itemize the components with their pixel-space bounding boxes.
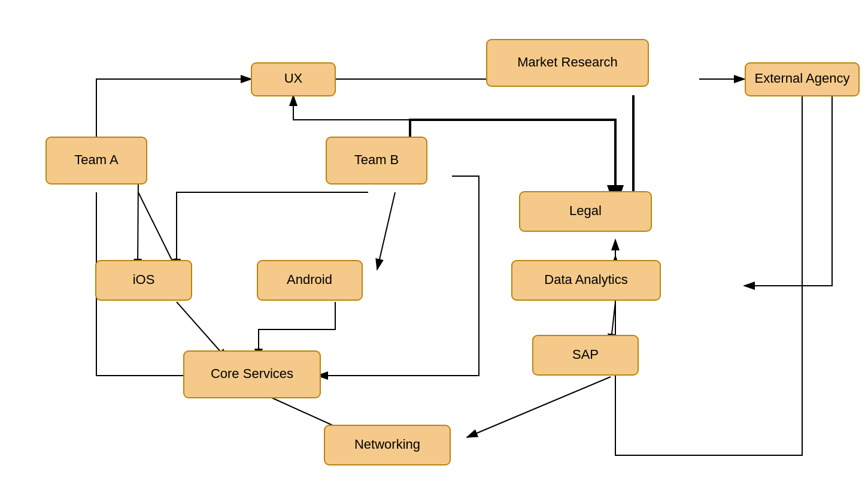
- label-core-services: Core Services: [211, 366, 293, 381]
- node-team-b: Team B: [326, 137, 427, 184]
- edge-teama-ios: [138, 192, 177, 270]
- label-ios: iOS: [133, 272, 155, 287]
- node-networking: Networking: [324, 425, 450, 465]
- node-ios: iOS: [96, 261, 192, 300]
- edge-teama-ios2: [138, 176, 138, 270]
- node-team-a: Team A: [46, 137, 147, 184]
- node-legal: Legal: [520, 192, 651, 231]
- label-sap: SAP: [572, 347, 599, 362]
- edge-agency-dataanalytics: [744, 95, 832, 286]
- label-external-agency: External Agency: [755, 71, 850, 86]
- edge-teamb-android: [377, 192, 395, 270]
- node-android: Android: [257, 261, 362, 300]
- node-market-research: Market Research: [487, 40, 648, 86]
- label-team-b: Team B: [354, 152, 399, 167]
- label-android: Android: [287, 272, 332, 287]
- node-core-services: Core Services: [184, 351, 320, 398]
- edge-sap-networking: [467, 377, 611, 437]
- node-ux: UX: [251, 63, 335, 96]
- diagram: UX Market Research External Agency Team …: [0, 0, 868, 502]
- node-sap: SAP: [533, 335, 638, 375]
- label-data-analytics: Data Analytics: [544, 272, 627, 287]
- label-market-research: Market Research: [517, 55, 618, 69]
- node-data-analytics: Data Analytics: [512, 261, 660, 300]
- label-ux: UX: [284, 71, 303, 86]
- label-networking: Networking: [354, 437, 420, 452]
- node-external-agency: External Agency: [745, 63, 859, 96]
- edge-teamb-ios: [177, 192, 368, 270]
- label-legal: Legal: [569, 203, 602, 218]
- label-team-a: Team A: [74, 152, 119, 167]
